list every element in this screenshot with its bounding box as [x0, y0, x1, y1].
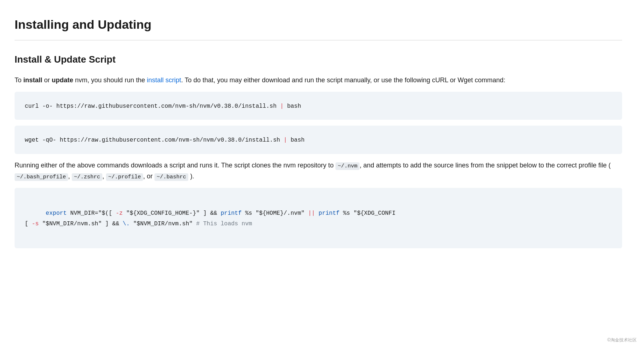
export-code-block: export NVM_DIR="$([ -z "${XDG_CONFIG_HOM…	[15, 188, 622, 248]
export-line1-rest2: "${XDG_CONFIG_HOME-}" ] &&	[123, 210, 221, 217]
wget-code-block: wget -qO- https://raw.githubusercontent.…	[15, 126, 622, 154]
page-title: Installing and Updating	[15, 15, 622, 40]
section-subtitle: Install & Update Script	[15, 52, 622, 67]
install-script-link[interactable]: install script	[147, 76, 181, 84]
inline-zshrc: ~/.zshrc	[72, 173, 102, 181]
export-line1-rest5: %s "${XDG_CONFI	[339, 210, 396, 217]
intro-bold-install: install	[23, 76, 42, 84]
export-comment: # This loads nvm	[196, 221, 252, 227]
curl-code: curl -o- https://raw.githubusercontent.c…	[25, 103, 301, 110]
export-code: export NVM_DIR="$([ -z "${XDG_CONFIG_HOM…	[25, 210, 396, 238]
curl-code-block: curl -o- https://raw.githubusercontent.c…	[15, 92, 622, 120]
running-text-3: ,	[68, 173, 72, 180]
install-section: Install & Update Script To install or up…	[15, 52, 622, 248]
inline-profile: ~/.profile	[106, 173, 143, 181]
export-line1-rest3: %s "${HOME}/.nvm"	[242, 210, 308, 217]
export-line2-bracket: [	[25, 221, 32, 227]
intro-text-4: . To do that, you may either download an…	[181, 76, 505, 84]
intro-paragraph: To install or update nvm, you should run…	[15, 75, 622, 86]
inline-bash-profile: ~/.bash_profile	[15, 173, 68, 181]
export-flag1: -z	[116, 210, 123, 217]
export-flag2: -s	[32, 221, 39, 227]
running-text-6: ).	[188, 173, 194, 180]
export-line1-rest1: NVM_DIR="$([	[67, 210, 115, 217]
intro-text-2: or	[42, 76, 52, 84]
export-printf1: printf	[221, 210, 242, 217]
running-text-5: , or	[143, 173, 154, 180]
running-text-2: , and attempts to add the source lines f…	[360, 162, 610, 169]
running-paragraph: Running either of the above commands dow…	[15, 160, 622, 182]
export-line2-rest1: "$NVM_DIR/nvm.sh" ] &&	[39, 221, 122, 227]
export-line2-rest2: "$NVM_DIR/nvm.sh"	[130, 221, 193, 227]
intro-bold-update: update	[52, 76, 73, 84]
wget-pipe: |	[284, 137, 287, 143]
running-text-1: Running either of the above commands dow…	[15, 162, 335, 169]
wget-code: wget -qO- https://raw.githubusercontent.…	[25, 137, 305, 143]
export-dot: \.	[123, 221, 130, 227]
intro-text-1: To	[15, 76, 23, 84]
export-printf2: printf	[319, 210, 340, 217]
running-text-4: ,	[102, 173, 106, 180]
export-or: ||	[308, 210, 315, 217]
intro-text-3: nvm, you should run the	[73, 76, 147, 84]
export-line1-rest4	[315, 210, 319, 217]
inline-bashrc: ~/.bashrc	[154, 173, 188, 181]
inline-nvm: ~/.nvm	[335, 162, 360, 170]
curl-pipe: |	[280, 103, 284, 110]
export-kw1: export	[46, 210, 67, 217]
